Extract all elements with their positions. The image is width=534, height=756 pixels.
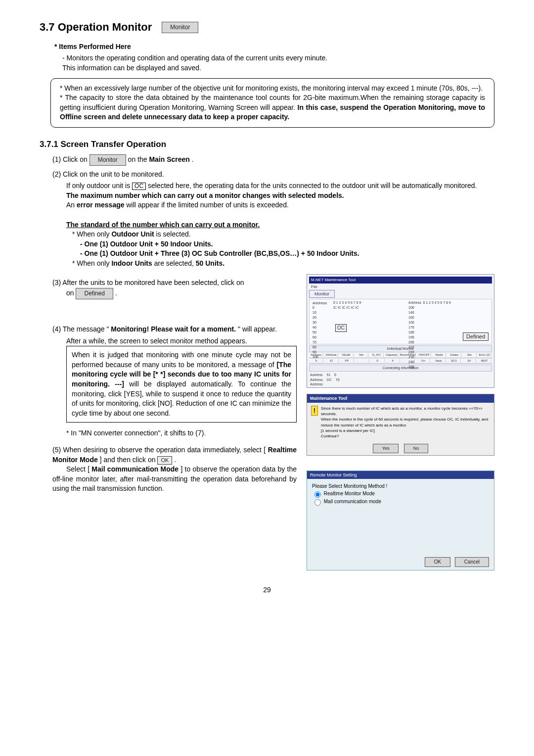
ss-th: Address Attribute Model Ver G_NO Capacit… [309, 352, 492, 358]
s5-l2-wrap: Select [ Mail communication Mode ] to ob… [52, 465, 297, 492]
radio-realtime[interactable]: Realtime Monitor Mode [312, 491, 375, 496]
rv4: 0 [371, 359, 385, 363]
ss-tab-monitor[interactable]: Monitor [309, 290, 335, 298]
ok-button-inline[interactable]: OK [157, 456, 172, 465]
ss-addr-r: Address 0 1 2 3 4 5 6 7 8 9 [408, 300, 451, 305]
items-head: * Items Performed Here [54, 42, 494, 52]
s4-l2: After a while, the screen to select moni… [66, 336, 297, 346]
screenshot-remote-monitor-setting: Remote Monitor Setting Please Select Mon… [307, 471, 494, 570]
rv1: IC [325, 359, 339, 363]
step5: (5) When desiring to observe the operati… [52, 445, 297, 494]
s4-box: When it is judged that monitoring with o… [66, 346, 297, 423]
std4d: 50 Units. [196, 259, 224, 267]
ss-lower-rows: Address 51 0 Address OC 70 Address Addre… [309, 372, 492, 388]
std1b: Outdoor Unit [111, 230, 154, 238]
ss-title: M-NET Maintenance Tool [309, 277, 492, 283]
s2l1b: selected here, the operating data for th… [148, 182, 477, 189]
step4: (4) The message " Monitoring! Please wai… [52, 325, 297, 334]
th8: Mode [433, 353, 446, 357]
radio-ok-button[interactable]: OK [425, 557, 450, 567]
monitor-button-title[interactable]: Monitor [162, 22, 198, 33]
rv11: 8007 [478, 359, 491, 363]
s2l2: The maximum number which can carry out a… [66, 191, 494, 201]
ss-addr-r-lbl: Address [408, 301, 421, 304]
std2: - One (1) Outdoor Unit + 50 Indoor Units… [80, 239, 494, 249]
subsection-title: 3.7.1 Screen Transfer Operation [40, 139, 494, 150]
page-number: 29 [40, 585, 494, 595]
warning-icon: ! [311, 406, 318, 416]
section-title: 3.7 Operation Monitor [40, 20, 152, 35]
radio-cancel-button[interactable]: Cancel [455, 557, 489, 567]
s5-end1: . [174, 456, 176, 464]
std-head: The standard of the number which can car… [66, 220, 494, 230]
dlg-no-button[interactable]: No [404, 444, 429, 453]
screenshot-dialog: Maintenance Tool ! Since there is much n… [307, 394, 494, 455]
monitor-button-step1[interactable]: Monitor [89, 154, 126, 166]
s4-mn: * In "MN converter connection", it shift… [66, 428, 297, 438]
std1a: * When only [72, 230, 111, 238]
s3-txt: (3) After the units to be monitored have… [52, 279, 244, 286]
radio-realtime-input[interactable] [314, 491, 321, 498]
items-body: - Monitors the operating condition and o… [62, 53, 494, 73]
s1-post: on the [128, 155, 149, 163]
s2l1a: If only outdoor unit is [66, 182, 132, 189]
step1: (1) Click on Monitor on the Main Screen … [52, 154, 494, 166]
s4-bold1: Monitoring! Please wait for a moment. [111, 325, 236, 333]
ss-leftrows: 0 10 20 30 40 50 60 70 80 90 100 [312, 305, 318, 360]
std4c: are selected, [154, 259, 196, 267]
th11: Error (2) [478, 353, 492, 357]
oc-chip: OC [132, 183, 146, 190]
rv9: 20.3 [447, 359, 461, 363]
radio-title: Remote Monitor Setting [307, 471, 494, 479]
s2l3b: error message [77, 201, 125, 209]
items-line2: This information can be displayed and sa… [62, 63, 494, 73]
std-list: * When only Outdoor Unit is selected. - … [72, 230, 494, 268]
rv2: FP [340, 359, 354, 363]
th1: Attribute [325, 353, 339, 357]
s1-pre: (1) Click on [52, 155, 89, 163]
ss-ic-row: IC IC IC IC IC IC [333, 305, 359, 310]
std1: * When only Outdoor Unit is selected. [72, 230, 494, 239]
s5-mid1: ] and then click on [100, 456, 158, 464]
th4: G_NO [370, 353, 384, 357]
s2l3a: An [66, 201, 77, 209]
defined-button[interactable]: Defined [76, 288, 113, 299]
std4b: Indoor Units [111, 259, 152, 267]
step3: (3) After the units to be monitored have… [52, 278, 297, 299]
ss-oc-cell[interactable]: OC [335, 324, 347, 332]
s5l2a: Select [ [66, 465, 89, 473]
std4a: * When only [72, 259, 111, 267]
th3: Ver [355, 353, 369, 357]
ss-cols-l: 0 1 2 3 4 5 6 7 8 9 [333, 300, 361, 305]
std1c: is selected. [156, 230, 191, 238]
radio-prompt: Please Select Monitoring Method ! [312, 483, 489, 490]
s4-boxa: When it is judged that monitoring with o… [72, 351, 291, 369]
s1-bold: Main Screen [149, 155, 189, 163]
radio-opt2-label: Mail communication mode [324, 499, 381, 504]
s5l2b: Mail communication Mode [91, 465, 178, 473]
ss-grid: Address 0 1 2 3 4 5 6 7 8 9 0 10 20 30 4… [309, 299, 492, 344]
ss-defined-button[interactable]: Defined [463, 332, 489, 341]
s4-post1: " will appear. [238, 325, 277, 333]
s1-end: . [192, 155, 194, 163]
rv5: 4 [386, 359, 400, 363]
ss-rightrows: 100 140 160 160 170 180 190 200 210 220 … [408, 305, 414, 370]
screenshot-maintenance-tool: M-NET Maintenance Tool File Monitor Addr… [307, 274, 494, 388]
radio-opt1-label: Realtime Monitor Mode [324, 491, 375, 496]
note-box: * When an excessively large number of th… [50, 78, 494, 128]
th7: ON/OFF [417, 353, 431, 357]
ss-cols-r: 0 1 2 3 4 5 6 7 8 9 [423, 301, 451, 304]
radio-mail-input[interactable] [314, 499, 321, 506]
ss-conn: Connecting Information [309, 365, 492, 372]
dlg-yes-button[interactable]: Yes [373, 444, 399, 453]
std3: - One (1) Outdoor Unit + Three (3) OC Su… [80, 249, 494, 259]
rv3 [356, 359, 369, 363]
note2: * The capacity to store the data obtaine… [60, 93, 485, 122]
ss-indiv: Individual Monitor [309, 345, 492, 352]
s4-pre: (4) The message " [52, 325, 109, 333]
radio-mail[interactable]: Mail communication mode [312, 499, 381, 504]
s5-pre: (5) When desiring to observe the operati… [52, 446, 266, 454]
ss-row: 0 IC FP 0 4 On Heat 20.3 24 8007 [309, 358, 492, 364]
rv7: On [416, 359, 430, 363]
th5: Capacity [385, 353, 399, 357]
